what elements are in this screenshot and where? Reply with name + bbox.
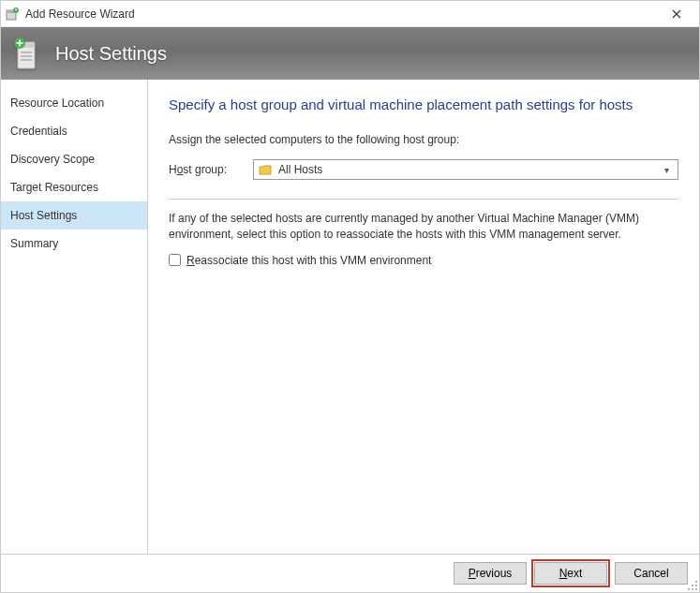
- sidebar-item-target-resources[interactable]: Target Resources: [1, 173, 147, 201]
- svg-rect-8: [21, 55, 32, 57]
- chevron-down-icon: ▾: [659, 165, 674, 175]
- svg-point-14: [695, 585, 697, 586]
- svg-rect-9: [21, 59, 32, 61]
- wizard-main: Specify a host group and virtual machine…: [148, 80, 699, 554]
- svg-point-15: [692, 585, 693, 586]
- titlebar: Add Resource Wizard: [1, 1, 699, 27]
- wizard-header: Host Settings: [1, 27, 699, 80]
- cancel-button[interactable]: Cancel: [615, 562, 688, 585]
- next-button[interactable]: Next: [534, 562, 607, 585]
- svg-rect-4: [16, 8, 17, 10]
- server-add-icon: [12, 35, 42, 72]
- host-group-value: All Hosts: [278, 163, 659, 176]
- window-title: Add Resource Wizard: [25, 7, 658, 21]
- svg-point-16: [695, 588, 697, 590]
- close-button[interactable]: [658, 2, 695, 26]
- sidebar-item-host-settings[interactable]: Host Settings: [1, 201, 147, 230]
- page-heading: Specify a host group and virtual machine…: [169, 96, 678, 112]
- instruction-text: Assign the selected computers to the fol…: [169, 133, 678, 146]
- svg-rect-7: [21, 52, 32, 53]
- section-divider: [169, 199, 678, 200]
- host-group-row: Host group: All Hosts ▾: [169, 159, 678, 180]
- svg-point-17: [692, 588, 693, 590]
- wizard-footer: Previous Next Cancel: [1, 554, 699, 592]
- reassociate-note: If any of the selected hosts are current…: [169, 211, 678, 243]
- reassociate-checkbox[interactable]: [169, 254, 181, 266]
- previous-button[interactable]: Previous: [454, 562, 527, 585]
- svg-point-13: [695, 581, 697, 583]
- reassociate-checkbox-row[interactable]: Reassociate this host with this VMM envi…: [169, 254, 678, 267]
- sidebar-item-resource-location[interactable]: Resource Location: [1, 89, 147, 117]
- app-icon: [5, 7, 20, 22]
- sidebar-item-credentials[interactable]: Credentials: [1, 117, 147, 145]
- folder-icon: [258, 162, 273, 177]
- wizard-body: Resource Location Credentials Discovery …: [1, 80, 699, 554]
- svg-point-18: [688, 588, 690, 590]
- host-group-select[interactable]: All Hosts ▾: [253, 159, 678, 180]
- sidebar-item-summary[interactable]: Summary: [1, 230, 147, 258]
- sidebar-item-discovery-scope[interactable]: Discovery Scope: [1, 145, 147, 173]
- resize-grip-icon[interactable]: [687, 580, 698, 591]
- host-group-label: Host group:: [169, 163, 253, 176]
- wizard-steps-sidebar: Resource Location Credentials Discovery …: [1, 80, 148, 554]
- reassociate-checkbox-label: Reassociate this host with this VMM envi…: [186, 254, 431, 267]
- svg-rect-12: [19, 40, 21, 47]
- wizard-header-title: Host Settings: [55, 43, 167, 65]
